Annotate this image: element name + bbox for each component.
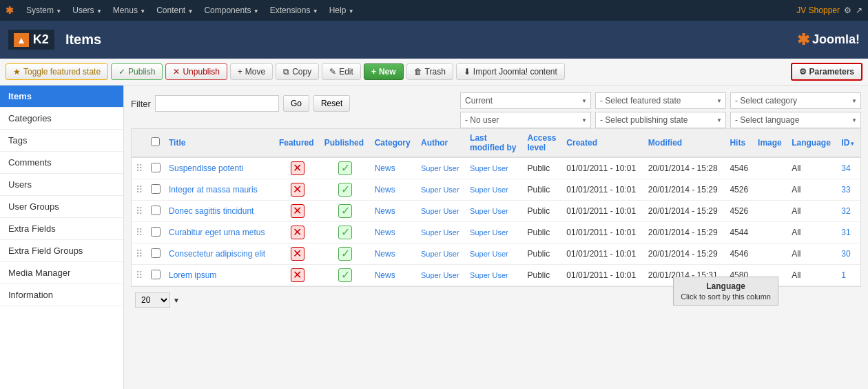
row-featured[interactable]: ✕ bbox=[275, 222, 320, 243]
row-title[interactable]: Integer at massa mauris bbox=[165, 179, 275, 201]
last-modified-by-link[interactable]: Super User bbox=[470, 250, 508, 258]
language-select[interactable]: - Select language bbox=[730, 112, 861, 128]
row-title[interactable]: Donec sagittis tincidunt bbox=[165, 201, 275, 222]
select-all-checkbox[interactable] bbox=[151, 137, 160, 146]
item-title-link[interactable]: Consectetur adipiscing elit bbox=[169, 249, 265, 259]
item-title-link[interactable]: Curabitur eget urna metus bbox=[169, 228, 265, 237]
author-link[interactable]: Super User bbox=[421, 271, 459, 279]
row-category[interactable]: News bbox=[371, 179, 417, 201]
col-language[interactable]: Language bbox=[787, 129, 837, 157]
new-button[interactable]: + New bbox=[364, 63, 404, 80]
category-link[interactable]: News bbox=[375, 206, 395, 216]
category-link[interactable]: News bbox=[375, 249, 395, 259]
row-title[interactable]: Lorem ipsum bbox=[165, 265, 275, 286]
featured-icon[interactable]: ✕ bbox=[291, 268, 304, 282]
col-id[interactable]: ID▼ bbox=[837, 129, 860, 157]
published-icon[interactable]: ✓ bbox=[338, 183, 352, 197]
nav-item-extensions[interactable]: Extensions ▼ bbox=[265, 3, 324, 18]
sidebar-item-items[interactable]: Items bbox=[0, 86, 123, 108]
row-checkbox[interactable] bbox=[151, 206, 161, 215]
nav-item-components[interactable]: Components ▼ bbox=[198, 3, 264, 18]
row-featured[interactable]: ✕ bbox=[275, 179, 320, 201]
published-icon[interactable]: ✓ bbox=[338, 268, 352, 282]
category-link[interactable]: News bbox=[375, 228, 395, 237]
row-category[interactable]: News bbox=[371, 265, 417, 286]
sidebar-item-tags[interactable]: Tags bbox=[0, 130, 123, 152]
category-link[interactable]: News bbox=[375, 185, 395, 194]
sidebar-item-categories[interactable]: Categories bbox=[0, 108, 123, 130]
nav-item-system[interactable]: System ▼ bbox=[21, 3, 67, 18]
featured-icon[interactable]: ✕ bbox=[291, 204, 304, 218]
row-featured[interactable]: ✕ bbox=[275, 243, 320, 265]
reset-button[interactable]: Reset bbox=[313, 95, 350, 112]
nav-item-users[interactable]: Users ▼ bbox=[67, 3, 107, 18]
parameters-button[interactable]: ⚙ Parameters bbox=[791, 63, 862, 81]
author-link[interactable]: Super User bbox=[421, 164, 459, 172]
last-modified-by-link[interactable]: Super User bbox=[470, 186, 508, 194]
row-checkbox[interactable] bbox=[151, 184, 161, 194]
unpublish-button[interactable]: ✕ Unpublish bbox=[165, 63, 227, 80]
row-author[interactable]: Super User bbox=[417, 201, 466, 222]
move-button[interactable]: + Move bbox=[230, 63, 273, 80]
row-published[interactable]: ✓ bbox=[320, 157, 371, 179]
col-title[interactable]: Title bbox=[165, 129, 275, 157]
filter-input[interactable] bbox=[155, 95, 279, 112]
row-author[interactable]: Super User bbox=[417, 222, 466, 243]
row-published[interactable]: ✓ bbox=[320, 265, 371, 286]
row-checkbox[interactable] bbox=[151, 270, 161, 279]
toggle-featured-button[interactable]: ★ Toggle featured state bbox=[6, 63, 108, 80]
jv-shopper-label[interactable]: JV Shopper bbox=[796, 6, 840, 15]
author-link[interactable]: Super User bbox=[421, 228, 459, 237]
publish-button[interactable]: ✓ Publish bbox=[111, 63, 163, 80]
featured-icon[interactable]: ✕ bbox=[291, 183, 304, 197]
sidebar-item-media-manager[interactable]: Media Manager bbox=[0, 262, 123, 284]
row-last-modified-by[interactable]: Super User bbox=[466, 243, 523, 265]
row-last-modified-by[interactable]: Super User bbox=[466, 265, 523, 286]
col-check[interactable] bbox=[147, 129, 165, 157]
row-checkbox[interactable] bbox=[151, 163, 161, 172]
row-category[interactable]: News bbox=[371, 157, 417, 179]
published-icon[interactable]: ✓ bbox=[338, 247, 352, 261]
author-link[interactable]: Super User bbox=[421, 186, 459, 194]
publishing-state-select[interactable]: - Select publishing state bbox=[595, 112, 726, 128]
copy-button[interactable]: ⧉ Copy bbox=[276, 63, 319, 80]
user-select[interactable]: - No user bbox=[460, 112, 591, 128]
row-last-modified-by[interactable]: Super User bbox=[466, 201, 523, 222]
last-modified-by-link[interactable]: Super User bbox=[470, 164, 508, 172]
row-category[interactable]: News bbox=[371, 222, 417, 243]
row-published[interactable]: ✓ bbox=[320, 201, 371, 222]
sidebar-item-extra-field-groups[interactable]: Extra Field Groups bbox=[0, 240, 123, 262]
published-icon[interactable]: ✓ bbox=[338, 204, 352, 218]
row-title[interactable]: Consectetur adipiscing elit bbox=[165, 243, 275, 265]
category-select[interactable]: - Select category bbox=[730, 92, 861, 109]
nav-item-menus[interactable]: Menus ▼ bbox=[107, 3, 151, 18]
row-checkbox-cell[interactable] bbox=[147, 222, 165, 243]
row-published[interactable]: ✓ bbox=[320, 222, 371, 243]
row-author[interactable]: Super User bbox=[417, 243, 466, 265]
nav-item-content[interactable]: Content ▼ bbox=[151, 3, 198, 18]
import-button[interactable]: ⬇ Import Joomla! content bbox=[456, 63, 565, 80]
category-link[interactable]: News bbox=[375, 163, 395, 173]
last-modified-by-link[interactable]: Super User bbox=[470, 271, 508, 279]
featured-icon[interactable]: ✕ bbox=[291, 247, 304, 261]
row-checkbox-cell[interactable] bbox=[147, 265, 165, 286]
sidebar-item-extra-fields[interactable]: Extra Fields bbox=[0, 218, 123, 240]
row-category[interactable]: News bbox=[371, 243, 417, 265]
edit-button[interactable]: ✎ Edit bbox=[322, 63, 361, 80]
sidebar-item-comments[interactable]: Comments bbox=[0, 152, 123, 174]
page-size-select[interactable]: 20 5 10 15 25 30 50 100 bbox=[135, 292, 170, 308]
featured-icon[interactable]: ✕ bbox=[291, 161, 304, 175]
item-title-link[interactable]: Suspendisse potenti bbox=[169, 163, 243, 173]
row-title[interactable]: Suspendisse potenti bbox=[165, 157, 275, 179]
last-modified-by-link[interactable]: Super User bbox=[470, 228, 508, 237]
row-checkbox[interactable] bbox=[151, 227, 161, 237]
row-featured[interactable]: ✕ bbox=[275, 265, 320, 286]
item-title-link[interactable]: Lorem ipsum bbox=[169, 270, 216, 280]
author-link[interactable]: Super User bbox=[421, 250, 459, 258]
row-featured[interactable]: ✕ bbox=[275, 201, 320, 222]
row-author[interactable]: Super User bbox=[417, 157, 466, 179]
last-modified-by-link[interactable]: Super User bbox=[470, 207, 508, 215]
row-featured[interactable]: ✕ bbox=[275, 157, 320, 179]
nav-item-help[interactable]: Help ▼ bbox=[324, 3, 360, 18]
row-checkbox[interactable] bbox=[151, 248, 161, 258]
